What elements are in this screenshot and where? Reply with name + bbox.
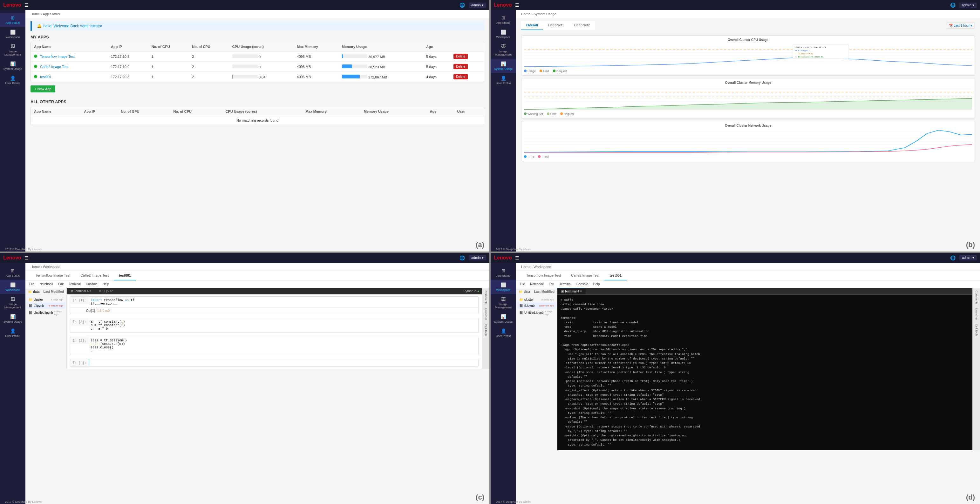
menu-console-d[interactable]: Console <box>575 282 589 287</box>
menu-console-c[interactable]: Console <box>84 282 99 287</box>
app-link-3[interactable]: test001 <box>40 75 51 79</box>
file-tf-ipynb-d[interactable]: 📓 tf.ipynb a minute ago <box>517 303 556 309</box>
sidebar-b-system[interactable]: 📊 System Usage <box>491 59 516 73</box>
sidebar-b-workspace[interactable]: ⬜ Workspace <box>491 27 516 41</box>
sidebar-b-image[interactable]: 🖼 Image Management <box>491 41 516 59</box>
time-filter[interactable]: 📅 Last 1 hour ▾ <box>946 22 975 29</box>
globe-icon-d: 🌐 <box>950 255 956 260</box>
ws-tab-test001[interactable]: test001 <box>114 271 136 281</box>
sidebar-c-image[interactable]: 🖼 Image Management <box>0 294 25 312</box>
ws-tab-caffe2[interactable]: Caffe2 Image Test <box>75 271 114 281</box>
menu-terminal-d[interactable]: Terminal <box>558 282 573 287</box>
menu-help-c[interactable]: Help <box>101 282 111 287</box>
hamburger-a[interactable]: ☰ <box>24 3 29 8</box>
sidebar-item-system-a[interactable]: 📊 System Usage <box>0 59 25 73</box>
app-link-1[interactable]: Tensorflow Image Test <box>40 55 75 59</box>
menu-file-d[interactable]: File <box>519 282 526 287</box>
file-cluster[interactable]: 📁 cluster 8 days ago <box>27 296 65 303</box>
menu-edit-c[interactable]: Edit <box>57 282 65 287</box>
tab-overall[interactable]: Overall <box>521 21 543 30</box>
ws-tab-tensorflow[interactable]: Tensorflow Image Test <box>30 271 75 281</box>
hamburger-d[interactable]: ☰ <box>515 255 519 260</box>
file-browser-header-d: 📁 data Last Modified <box>516 288 557 295</box>
menu-help-d[interactable]: Help <box>592 282 601 287</box>
nb-code-2[interactable]: a = tf.constant(1) b = tf.constant(2) c … <box>89 318 478 333</box>
nb-code-4[interactable] <box>89 359 478 366</box>
sidebar-d-system[interactable]: 📊 System Usage <box>491 312 516 326</box>
nb-code-3[interactable]: sess = tf.Session() print(sess.run(c)) s… <box>89 337 478 355</box>
sidebar-d-image[interactable]: 🖼 Image Management <box>491 294 516 312</box>
admin-badge-a[interactable]: admin ▾ <box>469 3 486 8</box>
menu-edit-d[interactable]: Edit <box>547 282 555 287</box>
main-content-b: Home › System Usage Overall DeepNet1 Dee… <box>516 10 980 252</box>
launcher-icon-d[interactable]: Launcher <box>975 308 978 320</box>
admin-badge-b[interactable]: admin ▾ <box>959 3 977 8</box>
file-tf-ipynb[interactable]: 📓 tf.ipynb a minute ago <box>27 303 65 309</box>
app-delete-1[interactable]: Delete <box>450 51 484 62</box>
cell-tools-icon-d[interactable]: Cell Tools <box>975 324 978 336</box>
tab-deepnet2[interactable]: DeepNet2 <box>569 21 595 30</box>
net-chart-title: Overall Cluster Network Usage <box>524 124 972 127</box>
app-delete-3[interactable]: Delete <box>450 72 484 82</box>
sidebar-item-image-a[interactable]: 🖼 Image Management <box>0 41 25 59</box>
sidebar-item-app-status-a[interactable]: ⊞ App Status <box>0 13 25 27</box>
comments-icon[interactable]: Comments <box>484 291 487 304</box>
menu-file-c[interactable]: File <box>28 282 36 287</box>
sidebar-a: ⊞ App Status ⬜ Workspace 🖼 Image Managem… <box>0 10 25 252</box>
sidebar-d-workspace[interactable]: ⬜ Workspace <box>491 280 516 294</box>
app-link-2[interactable]: Caffe2 Image Test <box>40 65 68 68</box>
menu-notebook-c[interactable]: Notebook <box>38 282 54 287</box>
legend-mem-working: Working Set <box>524 113 543 116</box>
terminal-full-d[interactable]: # caffe caffe: command line brew usage: … <box>557 295 972 450</box>
file-cluster-d[interactable]: 📁 cluster 8 days ago <box>517 296 556 303</box>
tab-deepnet1[interactable]: DeepNet1 <box>543 21 569 30</box>
sidebar-c-workspace[interactable]: ⬜ Workspace <box>0 280 25 294</box>
cell-tools-icon[interactable]: Cell Tools <box>484 324 487 336</box>
panel-b: Lenovo ☰ 🌐 admin ▾ ⊞ App Status ⬜ Worksp… <box>491 0 980 252</box>
legend-limit: Limit <box>539 70 549 73</box>
welcome-bar-a: 🔔 Hello! Welcome Back Administrator <box>30 21 484 31</box>
ws-tab-caffe2-d[interactable]: Caffe2 Image Test <box>566 271 605 281</box>
col-cpu-num: No. of CPU <box>189 42 229 51</box>
ws-tab-tensorflow-d[interactable]: Tensorflow Image Test <box>521 271 566 281</box>
menu-notebook-d[interactable]: Notebook <box>529 282 545 287</box>
sidebar-b-user[interactable]: 👤 User Profile <box>491 73 516 87</box>
sidebar-item-user-a[interactable]: 👤 User Profile <box>0 73 25 87</box>
nb-cell-3: In [3]: sess = tf.Session() print(sess.r… <box>70 337 479 355</box>
delete-btn-2[interactable]: Delete <box>453 64 468 69</box>
hamburger-b[interactable]: ☰ <box>515 3 519 8</box>
nb-prompt-2: In [2]: <box>70 318 89 325</box>
file-untitled-d[interactable]: 📓 Untitled.ipynb 4 days ago <box>517 309 556 317</box>
other-col-user: User <box>454 107 484 116</box>
delete-btn-3[interactable]: Delete <box>453 74 468 79</box>
panel-c: Lenovo ☰ 🌐 admin ▾ ⊞ App Status ⬜ Worksp… <box>0 253 489 504</box>
app-delete-2[interactable]: Delete <box>450 62 484 72</box>
app-ip-2: 172.17.10.9 <box>108 62 148 72</box>
table-row: test001 172.17.20.3 1 2 0.04 4096 MB <box>31 72 484 82</box>
col-max-mem: Max Memory <box>294 42 339 51</box>
new-app-button[interactable]: + New App <box>30 86 55 92</box>
sidebar-b-app-status[interactable]: ⊞ App Status <box>491 13 516 27</box>
admin-badge-d[interactable]: admin ▾ <box>959 255 977 260</box>
menu-terminal-c[interactable]: Terminal <box>67 282 82 287</box>
nb-cell-2: In [2]: a = tf.constant(1) b = tf.consta… <box>70 318 479 333</box>
sidebar-c-system[interactable]: 📊 System Usage <box>0 312 25 326</box>
sidebar-c-user[interactable]: 👤 User Profile <box>0 326 25 340</box>
launcher-icon[interactable]: Launcher <box>484 308 487 320</box>
sidebar-d-app-status[interactable]: ⊞ App Status <box>491 266 516 280</box>
delete-btn-1[interactable]: Delete <box>453 54 468 59</box>
hamburger-c[interactable]: ☰ <box>24 255 29 260</box>
ws-tab-test001-d[interactable]: test001 <box>605 271 627 281</box>
sidebar-item-workspace-a[interactable]: ⬜ Workspace <box>0 27 25 41</box>
term-tab-terminal4[interactable]: ⊠ Terminal 4 × <box>67 288 95 294</box>
sidebar-c: ⊞ App Status ⬜ Workspace 🖼 Image Managem… <box>0 263 25 504</box>
file-untitled[interactable]: 📓 Untitled.ipynb 4 days ago <box>27 309 65 317</box>
nb-code-1[interactable]: import tensorflow as tf tf.__version__ <box>89 296 478 307</box>
admin-badge-c[interactable]: admin ▾ <box>469 255 486 260</box>
sidebar-c-app-status[interactable]: ⊞ App Status <box>0 266 25 280</box>
term-tab-4-d[interactable]: ⊠ Terminal 4 × <box>557 288 585 295</box>
sidebar-d-user[interactable]: 👤 User Profile <box>491 326 516 340</box>
comments-icon-d[interactable]: Comments <box>975 291 978 304</box>
kernel-info: Python 2 ● <box>461 288 482 294</box>
breadcrumb-d: Home › Workspace <box>516 263 980 271</box>
